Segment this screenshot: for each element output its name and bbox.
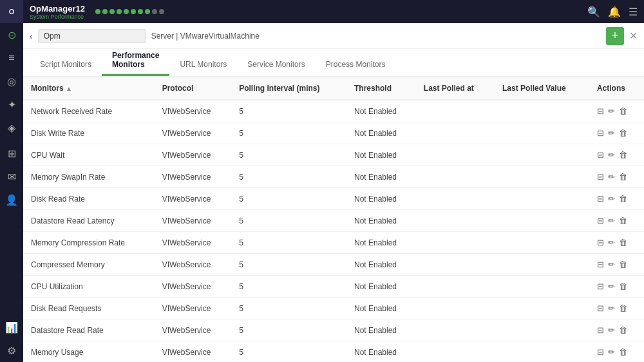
- close-button[interactable]: ✕: [629, 27, 638, 45]
- edit-icon[interactable]: ✏: [608, 216, 615, 225]
- delete-icon[interactable]: 🗑: [619, 325, 627, 335]
- copy-icon[interactable]: ⊟: [597, 194, 604, 204]
- add-button[interactable]: +: [606, 27, 624, 45]
- edit-icon[interactable]: ✏: [608, 172, 615, 182]
- dot-9: [152, 9, 157, 14]
- edit-icon[interactable]: ✏: [608, 194, 615, 204]
- col-actions: Actions: [589, 77, 644, 100]
- edit-icon[interactable]: ✏: [608, 128, 615, 138]
- cell-protocol: VIWebService: [155, 254, 232, 276]
- edit-icon[interactable]: ✏: [608, 281, 615, 291]
- tab-service[interactable]: Service Monitors: [237, 55, 315, 76]
- copy-icon[interactable]: ⊟: [597, 325, 604, 335]
- cell-polling: 5: [231, 276, 346, 298]
- copy-icon[interactable]: ⊟: [597, 303, 604, 313]
- tab-url[interactable]: URL Monitors: [169, 55, 237, 76]
- device-name-input[interactable]: [38, 29, 146, 43]
- table-row: Memory Compression RateVIWebService5Not …: [23, 232, 644, 254]
- cell-threshold: Not Enabled: [346, 341, 416, 363]
- delete-icon[interactable]: 🗑: [619, 128, 627, 138]
- delete-icon[interactable]: 🗑: [619, 106, 627, 116]
- dot-10: [159, 9, 164, 14]
- menu-icon[interactable]: ☰: [629, 6, 638, 18]
- tab-performance[interactable]: PerformanceMonitors: [102, 46, 169, 76]
- cell-last-polled-at: [416, 341, 495, 363]
- delete-icon[interactable]: 🗑: [619, 150, 627, 160]
- edit-icon[interactable]: ✏: [608, 303, 615, 313]
- cell-threshold: Not Enabled: [346, 254, 416, 276]
- tab-process[interactable]: Process Monitors: [316, 55, 396, 76]
- cell-last-polled-value: [495, 188, 589, 210]
- cell-last-polled-at: [416, 100, 495, 122]
- edit-icon[interactable]: ✏: [608, 325, 615, 335]
- sidebar-item-user[interactable]: 👤: [0, 188, 23, 211]
- cell-polling: 5: [231, 144, 346, 166]
- edit-icon[interactable]: ✏: [608, 347, 615, 357]
- table-row: Compressed MemoryVIWebService5Not Enable…: [23, 254, 644, 276]
- sidebar-item-monitors[interactable]: ◎: [0, 70, 23, 93]
- cell-monitor: CPU Utilization: [23, 276, 155, 298]
- edit-icon[interactable]: ✏: [608, 260, 615, 269]
- dot-8: [145, 9, 150, 14]
- cell-polling: 5: [231, 188, 346, 210]
- cell-protocol: VIWebService: [155, 210, 232, 232]
- table-row: Disk Write RateVIWebService5Not Enabled …: [23, 122, 644, 144]
- cell-polling: 5: [231, 122, 346, 144]
- copy-icon[interactable]: ⊟: [597, 238, 604, 247]
- delete-icon[interactable]: 🗑: [619, 347, 627, 357]
- sidebar-item-home[interactable]: ⊙: [0, 23, 23, 46]
- copy-icon[interactable]: ⊟: [597, 281, 604, 291]
- search-icon[interactable]: 🔍: [587, 6, 600, 18]
- delete-icon[interactable]: 🗑: [619, 194, 627, 204]
- sidebar-item-reports[interactable]: 📊: [0, 316, 23, 339]
- dot-6: [131, 9, 136, 14]
- delete-icon[interactable]: 🗑: [619, 238, 627, 247]
- copy-icon[interactable]: ⊟: [597, 150, 604, 160]
- col-protocol: Protocol: [155, 77, 232, 100]
- monitors-table-container[interactable]: Monitors ▲ Protocol Polling Interval (mi…: [23, 77, 644, 362]
- cell-actions: ⊟ ✏ 🗑: [589, 254, 644, 276]
- cell-last-polled-value: [495, 144, 589, 166]
- copy-icon[interactable]: ⊟: [597, 172, 604, 182]
- table-header-row: Monitors ▲ Protocol Polling Interval (mi…: [23, 77, 644, 100]
- cell-monitor: Network Received Rate: [23, 100, 155, 122]
- copy-icon[interactable]: ⊟: [597, 106, 604, 116]
- cell-actions: ⊟ ✏ 🗑: [589, 319, 644, 341]
- cell-actions: ⊟ ✏ 🗑: [589, 100, 644, 122]
- sidebar-item-location[interactable]: ◈: [0, 116, 23, 139]
- sidebar-item-settings[interactable]: ⚙: [0, 339, 23, 362]
- cell-last-polled-at: [416, 166, 495, 188]
- copy-icon[interactable]: ⊟: [597, 128, 604, 138]
- cell-protocol: VIWebService: [155, 341, 232, 363]
- bell-icon[interactable]: 🔔: [608, 6, 621, 18]
- edit-icon[interactable]: ✏: [608, 150, 615, 160]
- tab-script[interactable]: Script Monitors: [30, 55, 102, 76]
- edit-icon[interactable]: ✏: [608, 238, 615, 247]
- dot-2: [102, 9, 108, 14]
- sidebar-item-groups[interactable]: ⊞: [0, 142, 23, 165]
- cell-actions: ⊟ ✏ 🗑: [589, 144, 644, 166]
- sidebar-item-messages[interactable]: ✉: [0, 165, 23, 188]
- cell-polling: 5: [231, 298, 346, 319]
- sidebar-item-menu[interactable]: ≡: [0, 46, 23, 70]
- copy-icon[interactable]: ⊟: [597, 260, 604, 269]
- cell-polling: 5: [231, 166, 346, 188]
- cell-monitor: Memory Compression Rate: [23, 232, 155, 254]
- cell-actions: ⊟ ✏ 🗑: [589, 188, 644, 210]
- col-monitors[interactable]: Monitors ▲: [23, 77, 155, 100]
- delete-icon[interactable]: 🗑: [619, 281, 627, 291]
- copy-icon[interactable]: ⊟: [597, 216, 604, 225]
- delete-icon[interactable]: 🗑: [619, 260, 627, 269]
- breadcrumb-back[interactable]: ‹: [30, 31, 33, 41]
- cell-last-polled-at: [416, 276, 495, 298]
- breadcrumb-path: Server | VMwareVirtualMachine: [151, 32, 260, 41]
- delete-icon[interactable]: 🗑: [619, 303, 627, 313]
- cell-last-polled-value: [495, 122, 589, 144]
- sidebar-item-alerts[interactable]: ✦: [0, 93, 23, 116]
- cell-threshold: Not Enabled: [346, 232, 416, 254]
- cell-actions: ⊟ ✏ 🗑: [589, 298, 644, 319]
- delete-icon[interactable]: 🗑: [619, 172, 627, 182]
- delete-icon[interactable]: 🗑: [619, 216, 627, 225]
- copy-icon[interactable]: ⊟: [597, 347, 604, 357]
- edit-icon[interactable]: ✏: [608, 106, 615, 116]
